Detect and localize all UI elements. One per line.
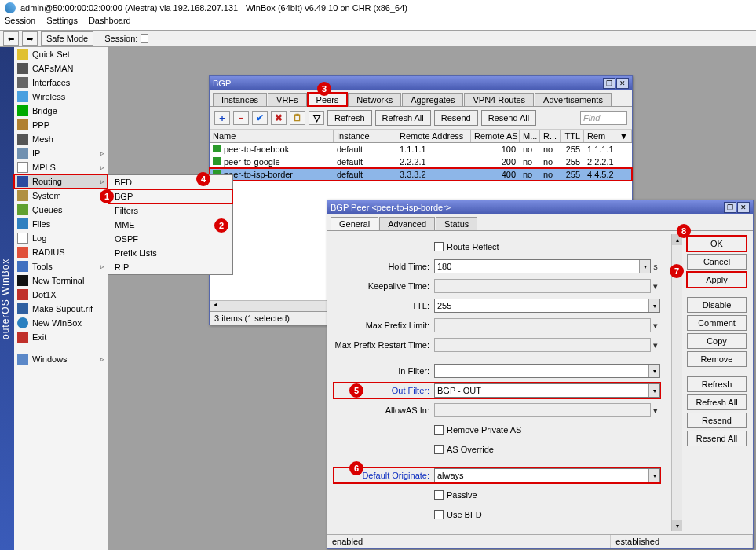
use-bfd-checkbox[interactable]: [434, 510, 444, 519]
expand-icon[interactable]: ▾: [651, 340, 660, 350]
chevron-down-icon[interactable]: ▾: [639, 260, 650, 273]
sidebar-item-system[interactable]: System▹: [14, 189, 108, 203]
resend-button[interactable]: Resend: [434, 110, 478, 126]
col-instance[interactable]: Instance: [334, 130, 396, 142]
sidebar-item-log[interactable]: Log: [14, 231, 108, 245]
allow-as-input[interactable]: [434, 403, 651, 417]
flyout-item-bgp[interactable]: BGP: [108, 189, 232, 204]
copy-peer-button[interactable]: Copy: [687, 333, 747, 349]
refresh-all-button[interactable]: Refresh All: [375, 110, 431, 126]
sidebar-item-routing[interactable]: Routing▹: [14, 174, 108, 189]
tab-instances[interactable]: Instances: [213, 93, 267, 106]
col-remote-address[interactable]: Remote Address: [396, 130, 471, 142]
resend-all-peer-button[interactable]: Resend All: [687, 431, 747, 446]
remove-private-as-checkbox[interactable]: [434, 425, 444, 434]
redo-button[interactable]: ➡: [22, 31, 38, 46]
chevron-down-icon[interactable]: ▾: [648, 299, 659, 312]
safe-mode-button[interactable]: Safe Mode: [41, 31, 93, 46]
as-override-checkbox[interactable]: [434, 445, 444, 454]
apply-button[interactable]: Apply: [687, 272, 747, 288]
sidebar-item-ip[interactable]: IP▹: [14, 146, 108, 160]
col-multihop[interactable]: M...: [520, 130, 540, 142]
tab-status[interactable]: Status: [436, 217, 477, 230]
sidebar-item-quickset[interactable]: Quick Set: [14, 47, 108, 61]
flyout-item-bfd[interactable]: BFD: [108, 175, 232, 189]
scroll-down-icon[interactable]: ▾: [672, 520, 682, 531]
max-prefix-restart-input[interactable]: [434, 338, 651, 352]
sidebar-item-wireless[interactable]: Wireless: [14, 90, 108, 104]
keepalive-input[interactable]: [434, 279, 651, 293]
add-button[interactable]: ＋: [214, 111, 230, 125]
tab-general[interactable]: General: [331, 217, 378, 230]
sidebar-item-interfaces[interactable]: Interfaces: [14, 75, 108, 90]
flyout-item-prefix-lists[interactable]: Prefix Lists: [108, 246, 232, 260]
form-scrollbar[interactable]: ▴ ▾: [671, 234, 682, 531]
filter-button[interactable]: ▽: [309, 111, 324, 125]
session-checkbox[interactable]: [141, 34, 148, 43]
col-route-reflect[interactable]: R...: [540, 130, 561, 142]
col-name[interactable]: Name: [210, 130, 334, 142]
sidebar-item-make-supout[interactable]: Make Supout.rif: [14, 302, 108, 316]
bgp-window-titlebar[interactable]: BGP ❐ ✕: [210, 76, 632, 90]
col-ttl[interactable]: TTL: [561, 130, 584, 142]
sidebar-item-queues[interactable]: Queues: [14, 203, 108, 217]
comment-peer-button[interactable]: Comment: [687, 315, 747, 331]
restore-button[interactable]: ❐: [603, 78, 615, 89]
in-filter-input[interactable]: ▾: [434, 364, 660, 378]
sidebar-item-bridge[interactable]: Bridge: [14, 104, 108, 118]
flyout-item-ospf[interactable]: OSPF: [108, 232, 232, 246]
remove-peer-button[interactable]: Remove: [687, 351, 747, 367]
sidebar-item-tools[interactable]: Tools▹: [14, 259, 108, 273]
sidebar-item-new-winbox[interactable]: New WinBox: [14, 316, 108, 330]
refresh-peer-button[interactable]: Refresh: [687, 376, 747, 392]
cancel-button[interactable]: Cancel: [687, 254, 747, 270]
menu-session[interactable]: Session: [5, 16, 35, 30]
out-filter-input[interactable]: BGP - OUT▾: [434, 383, 660, 398]
sidebar-item-dot1x[interactable]: Dot1X: [14, 288, 108, 302]
enable-button[interactable]: ✔: [252, 111, 268, 125]
restore-button[interactable]: ❐: [724, 202, 736, 213]
flyout-item-filters[interactable]: Filters: [108, 204, 232, 218]
default-originate-input[interactable]: always▾: [434, 468, 660, 482]
hold-time-input[interactable]: 180▾: [434, 259, 651, 273]
sidebar-item-radius[interactable]: RADIUS: [14, 245, 108, 259]
sidebar-item-mesh[interactable]: Mesh: [14, 132, 108, 146]
passive-checkbox[interactable]: [434, 490, 444, 500]
comment-button[interactable]: 🗒: [290, 111, 305, 125]
close-button[interactable]: ✕: [737, 202, 750, 213]
close-button[interactable]: ✕: [616, 78, 629, 89]
expand-icon[interactable]: ▾: [651, 321, 660, 331]
tab-advanced[interactable]: Advanced: [379, 217, 435, 230]
resend-all-button[interactable]: Resend All: [481, 110, 537, 126]
tab-vrfs[interactable]: VRFs: [268, 93, 307, 106]
sidebar-item-mpls[interactable]: MPLS▹: [14, 160, 108, 174]
chevron-down-icon[interactable]: ▾: [648, 384, 659, 397]
chevron-down-icon[interactable]: ▾: [648, 469, 659, 482]
sidebar-item-files[interactable]: Files: [14, 217, 108, 231]
col-remote-id[interactable]: Rem▼: [584, 130, 632, 142]
sidebar-item-capsman[interactable]: CAPsMAN: [14, 61, 108, 75]
resend-peer-button[interactable]: Resend: [687, 412, 747, 428]
sidebar-item-windows[interactable]: Windows▹: [14, 352, 108, 366]
max-prefix-input[interactable]: [434, 318, 651, 332]
ok-button[interactable]: OK: [687, 236, 747, 251]
col-remote-as[interactable]: Remote AS: [471, 130, 520, 142]
menu-settings[interactable]: Settings: [46, 16, 78, 30]
chevron-down-icon[interactable]: ▾: [648, 365, 659, 377]
refresh-button[interactable]: Refresh: [327, 110, 372, 126]
sidebar-item-exit[interactable]: Exit: [14, 330, 108, 344]
route-reflect-checkbox[interactable]: [434, 242, 444, 251]
refresh-all-peer-button[interactable]: Refresh All: [687, 394, 747, 410]
flyout-item-rip[interactable]: RIP: [108, 260, 232, 274]
remove-button[interactable]: －: [233, 111, 249, 125]
disable-button[interactable]: ✖: [271, 111, 287, 125]
sidebar-item-ppp[interactable]: PPP: [14, 118, 108, 132]
peer-window-titlebar[interactable]: BGP Peer <peer-to-isp-border> ❐ ✕: [327, 200, 753, 214]
expand-icon[interactable]: ▾: [651, 405, 660, 416]
tab-vpn4-routes[interactable]: VPN4 Routes: [464, 93, 534, 106]
tab-advertisements[interactable]: Advertisements: [535, 93, 612, 106]
disable-peer-button[interactable]: Disable: [687, 297, 747, 313]
expand-icon[interactable]: ▾: [651, 281, 660, 292]
ttl-input[interactable]: 255▾: [434, 299, 660, 313]
sidebar-item-new-terminal[interactable]: New Terminal: [14, 273, 108, 288]
